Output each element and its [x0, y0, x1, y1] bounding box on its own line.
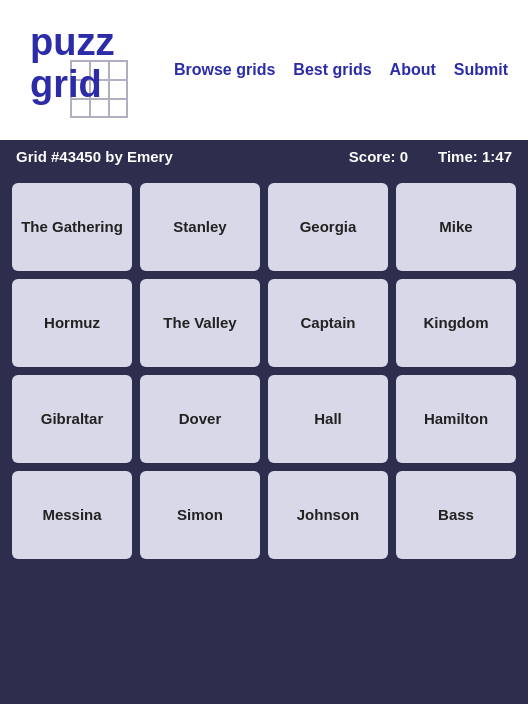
time-value: 1:47 [482, 148, 512, 165]
nav-about[interactable]: About [390, 61, 436, 79]
score-bar: Grid #43450 by Emery Score: 0 Time: 1:47 [0, 140, 528, 173]
grid-info: Grid #43450 by Emery [16, 148, 173, 165]
grid-cell-text-6: Captain [300, 313, 355, 333]
grid-cell-text-10: Hall [314, 409, 342, 429]
grid-cell-text-4: Hormuz [44, 313, 100, 333]
nav-best[interactable]: Best grids [293, 61, 371, 79]
grid-cell-14[interactable]: Johnson [268, 471, 388, 559]
grid-cell-3[interactable]: Mike [396, 183, 516, 271]
grid-cell-text-15: Bass [438, 505, 474, 525]
grid-cell-1[interactable]: Stanley [140, 183, 260, 271]
score-display: Score: 0 [349, 148, 408, 165]
grid-cell-text-14: Johnson [297, 505, 360, 525]
grid-cell-text-7: Kingdom [424, 313, 489, 333]
grid-cell-0[interactable]: The Gathering [12, 183, 132, 271]
grid-cell-2[interactable]: Georgia [268, 183, 388, 271]
grid-cell-9[interactable]: Dover [140, 375, 260, 463]
grid-cell-5[interactable]: The Valley [140, 279, 260, 367]
score-bar-right: Score: 0 Time: 1:47 [349, 148, 512, 165]
grid-cell-text-0: The Gathering [21, 217, 123, 237]
grid-cell-text-2: Georgia [300, 217, 357, 237]
game-area: The GatheringStanleyGeorgiaMikeHormuzThe… [0, 173, 528, 704]
grid-cell-10[interactable]: Hall [268, 375, 388, 463]
nav-links: Browse grids Best grids About Submit [174, 61, 508, 79]
logo-line2: grid [30, 63, 102, 105]
grid-cell-text-9: Dover [179, 409, 222, 429]
logo-area: puzz grid [20, 10, 130, 130]
nav-browse[interactable]: Browse grids [174, 61, 275, 79]
logo-text: puzz grid [30, 22, 114, 106]
grid-cell-7[interactable]: Kingdom [396, 279, 516, 367]
grid-cell-text-5: The Valley [163, 313, 236, 333]
score-label: Score: [349, 148, 396, 165]
grid-cell-text-11: Hamilton [424, 409, 488, 429]
header: puzz grid Browse grids Best grids About … [0, 0, 528, 140]
score-value: 0 [400, 148, 408, 165]
grid-cell-text-12: Messina [42, 505, 101, 525]
grid-cell-text-1: Stanley [173, 217, 226, 237]
grid-cell-8[interactable]: Gibraltar [12, 375, 132, 463]
time-label: Time: [438, 148, 478, 165]
grid-cell-4[interactable]: Hormuz [12, 279, 132, 367]
puzzle-grid: The GatheringStanleyGeorgiaMikeHormuzThe… [12, 183, 516, 559]
logo-box: puzz grid [20, 10, 130, 130]
grid-cell-text-8: Gibraltar [41, 409, 104, 429]
grid-cell-text-13: Simon [177, 505, 223, 525]
grid-cell-text-3: Mike [439, 217, 472, 237]
logo-line1: puzz [30, 21, 114, 63]
grid-cell-12[interactable]: Messina [12, 471, 132, 559]
grid-cell-6[interactable]: Captain [268, 279, 388, 367]
time-display: Time: 1:47 [438, 148, 512, 165]
nav-submit[interactable]: Submit [454, 61, 508, 79]
grid-cell-11[interactable]: Hamilton [396, 375, 516, 463]
grid-cell-15[interactable]: Bass [396, 471, 516, 559]
grid-cell-13[interactable]: Simon [140, 471, 260, 559]
